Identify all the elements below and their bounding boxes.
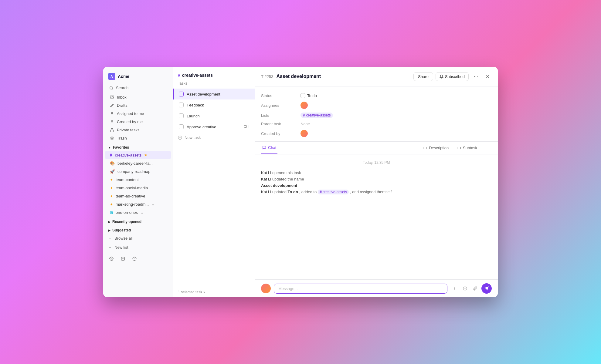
new-task-button[interactable]: New task bbox=[173, 132, 255, 143]
sidebar-item-marketing[interactable]: ✦ marketing-roadm... ≡ bbox=[105, 200, 171, 208]
help-icon bbox=[132, 257, 137, 261]
assigned-label: Assigned to me bbox=[117, 111, 144, 116]
plus-icon-list: ＋ bbox=[108, 244, 112, 250]
more-options-button[interactable]: ··· bbox=[471, 72, 481, 81]
list-tag[interactable]: # creative-assets bbox=[300, 113, 333, 118]
parent-value: None bbox=[300, 122, 310, 126]
task-item-asset-development[interactable]: Asset development bbox=[173, 89, 255, 99]
task-item-feedback[interactable]: Feedback bbox=[173, 99, 255, 110]
status-label: Status bbox=[261, 93, 300, 98]
sidebar-item-drafts[interactable]: Drafts bbox=[105, 101, 171, 110]
svg-point-3 bbox=[111, 120, 113, 122]
task-item-approve[interactable]: Approve creative 1 bbox=[173, 121, 255, 132]
svg-point-9 bbox=[454, 287, 455, 287]
parent-task-row: Parent task None bbox=[261, 120, 492, 128]
task-label-1: Asset development bbox=[187, 92, 250, 96]
team-content-label: team-content bbox=[116, 177, 139, 182]
sidebar-item-trash[interactable]: Trash bbox=[105, 134, 171, 142]
sidebar-item-creative-assets[interactable]: # creative-assets ★ bbox=[105, 151, 171, 159]
more-options-chat-btn[interactable] bbox=[450, 284, 459, 293]
sparkle-icon-1: ✦ bbox=[110, 178, 113, 182]
updated-label: updated bbox=[272, 190, 288, 194]
svg-point-5 bbox=[111, 258, 112, 259]
workspace-name: Acme bbox=[118, 74, 129, 79]
header-actions: Share Subscribed ··· ✕ bbox=[413, 72, 492, 81]
suggested-label: Suggested bbox=[112, 228, 131, 232]
browse-all-button[interactable]: ＋ Browse all bbox=[103, 234, 173, 243]
star-icon: ★ bbox=[144, 153, 148, 157]
send-icon bbox=[484, 286, 489, 291]
trash-label: Trash bbox=[117, 136, 127, 140]
recently-opened-header[interactable]: ▶ Recently opened bbox=[103, 217, 173, 225]
sidebar-item-assigned[interactable]: Assigned to me bbox=[105, 110, 171, 118]
lock-icon bbox=[110, 128, 114, 132]
sparkle-icon-2: ✦ bbox=[110, 186, 113, 190]
grid-icon: ⊞ bbox=[110, 211, 113, 215]
action-1: opened this task bbox=[272, 170, 301, 175]
search-button[interactable]: Search bbox=[106, 84, 170, 92]
add-button[interactable] bbox=[118, 254, 127, 263]
menu-icon: ≡ bbox=[141, 211, 143, 214]
meta-section: Status To do Assignees Lists # creative-… bbox=[255, 86, 498, 142]
send-button[interactable] bbox=[481, 283, 492, 294]
close-button[interactable]: ✕ bbox=[483, 72, 492, 81]
help-button[interactable] bbox=[130, 254, 139, 263]
sidebar-item-berkeley[interactable]: 🎨 berkeley-career-fai... bbox=[105, 159, 171, 167]
list-name: creative-assets bbox=[182, 73, 213, 78]
chat-more-button[interactable]: ··· bbox=[482, 143, 492, 153]
emoji-button[interactable] bbox=[461, 284, 469, 293]
task-checkbox-1[interactable] bbox=[179, 92, 184, 96]
attachment-icon bbox=[473, 286, 477, 291]
assignees-label: Assignees bbox=[261, 103, 300, 108]
add-subtask-btn[interactable]: + + Subtask bbox=[453, 144, 480, 152]
sidebar-item-one-on-ones[interactable]: ⊞ one-on-ones ≡ bbox=[105, 208, 171, 217]
message-input[interactable] bbox=[274, 284, 447, 294]
sidebar-item-created[interactable]: Created by me bbox=[105, 118, 171, 126]
sidebar-item-inbox[interactable]: Inbox bbox=[105, 93, 171, 101]
task-list-panel: # creative-assets Tasks Asset developmen… bbox=[173, 67, 255, 297]
assignees-row: Assignees bbox=[261, 100, 492, 111]
workspace-avatar: A bbox=[108, 73, 115, 80]
share-button[interactable]: Share bbox=[413, 72, 433, 81]
status-checkbox[interactable] bbox=[300, 93, 305, 98]
add-icon bbox=[121, 257, 125, 261]
lists-value[interactable]: # creative-assets bbox=[300, 113, 333, 118]
add-description-btn[interactable]: + + Description bbox=[419, 144, 451, 152]
added-to-label: , added to bbox=[299, 190, 318, 194]
one-on-ones-label: one-on-ones bbox=[116, 210, 138, 215]
sidebar: A Acme Search Inbox Drafts Assigned to m… bbox=[103, 67, 173, 297]
assigned-icon bbox=[110, 112, 114, 116]
inbox-label: Inbox bbox=[117, 95, 127, 99]
task-checkbox-3[interactable] bbox=[179, 113, 184, 118]
vertical-dots-icon bbox=[453, 286, 457, 291]
sidebar-item-team-social[interactable]: ✦ team-social-media bbox=[105, 184, 171, 192]
sidebar-item-team-content[interactable]: ✦ team-content bbox=[105, 176, 171, 184]
subscribed-button[interactable]: Subscribed bbox=[436, 72, 469, 81]
tab-chat[interactable]: Chat bbox=[261, 142, 277, 154]
assignees-value[interactable] bbox=[300, 102, 308, 109]
settings-button[interactable] bbox=[107, 254, 116, 263]
task-checkbox-2[interactable] bbox=[179, 103, 184, 107]
task-list-footer: 1 selected task ▾ bbox=[173, 287, 255, 297]
chat-tab-icon bbox=[262, 146, 266, 150]
chat-timestamp: Today, 12:35 PM bbox=[261, 160, 492, 165]
action-2: updated the name bbox=[272, 177, 304, 181]
browse-all-label: Browse all bbox=[114, 236, 133, 241]
task-checkbox-4[interactable] bbox=[179, 124, 184, 129]
lists-label: Lists bbox=[261, 113, 300, 118]
suggested-header[interactable]: ▶ Suggested bbox=[103, 225, 173, 234]
chat-section: Chat + + Description + + Subtask ··· Tod… bbox=[255, 142, 498, 297]
favorites-header[interactable]: ▼ Favorites bbox=[103, 142, 173, 151]
task-item-launch[interactable]: Launch bbox=[173, 110, 255, 121]
task-title[interactable]: Asset development bbox=[276, 74, 410, 79]
new-list-button[interactable]: ＋ New list bbox=[103, 243, 173, 252]
sidebar-item-private[interactable]: Private tasks bbox=[105, 126, 171, 134]
chat-tab-actions: + + Description + + Subtask ··· bbox=[419, 143, 492, 153]
sidebar-item-team-ad[interactable]: ✦ team-ad-creative bbox=[105, 192, 171, 200]
svg-marker-14 bbox=[485, 287, 488, 290]
attachment-button[interactable] bbox=[471, 284, 480, 293]
chat-tab-label: Chat bbox=[268, 145, 276, 150]
activity-status: Kat Li updated To do , added to # creati… bbox=[261, 189, 492, 195]
status-value[interactable]: To do bbox=[300, 93, 317, 98]
sidebar-item-roadmap[interactable]: 🚀 company-roadmap bbox=[105, 167, 171, 176]
